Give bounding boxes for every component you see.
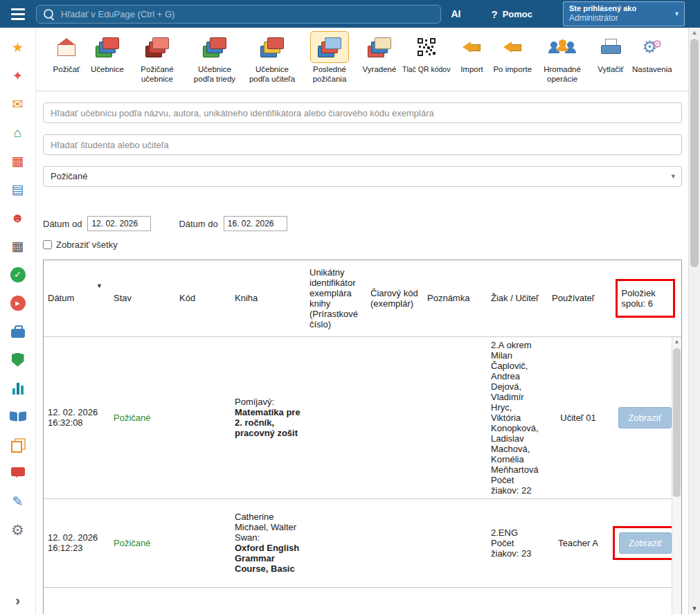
library-icon xyxy=(10,412,26,422)
cell-action: Zobraziť xyxy=(609,498,681,587)
help-button[interactable]: ? Pomoc xyxy=(491,8,532,20)
recent-stack-icon xyxy=(318,37,341,57)
toolbar-item-nastavenia[interactable]: ⚙⚙ Nastavenia xyxy=(632,31,672,75)
column-header-poznamka[interactable]: Poznámka xyxy=(423,260,487,336)
toolbar-item-ucebnice-podla-triedy[interactable]: Učebnice podľa triedy xyxy=(188,31,242,84)
toolbar-item-po-importe[interactable]: Po importe xyxy=(493,31,532,75)
column-header-ciarovy-kod[interactable]: Čiarový kód (exemplár) xyxy=(366,260,423,336)
check-circle-icon: ✓ xyxy=(10,267,26,282)
toolbar-item-label: Požičané učebnice xyxy=(130,65,184,84)
date-to-label: Dátum do xyxy=(179,219,217,229)
global-search-input[interactable] xyxy=(60,8,433,20)
column-header-unikatny-identifikator[interactable]: Unikátny identifikátor exemplára knihy (… xyxy=(305,260,366,336)
column-header-datum[interactable]: ▼ Dátum xyxy=(44,260,109,336)
sidebar-item-timetable[interactable]: ▦ xyxy=(0,147,35,175)
person-search-input[interactable] xyxy=(43,134,682,155)
sidebar: ★ ✦ ✉ ⌂ ▦ ▤ ☻ ▦ ✓ ▸ ✎ ⚙ › xyxy=(0,28,36,614)
sidebar-item-results[interactable]: ✓ xyxy=(0,260,35,289)
date-to-input[interactable] xyxy=(224,216,287,231)
sidebar-item-statistics[interactable] xyxy=(0,374,35,402)
lend-icon xyxy=(57,44,75,56)
show-button[interactable]: Zobraziť xyxy=(619,532,672,554)
import-arrow-icon xyxy=(463,42,481,53)
scroll-up-icon[interactable]: ▲ xyxy=(672,337,681,347)
star-icon: ★ xyxy=(12,41,24,54)
status-filter-select[interactable]: Požičané ▾ xyxy=(43,166,682,187)
sidebar-item-documents[interactable] xyxy=(0,431,35,459)
sidebar-item-settings[interactable]: ⚙ xyxy=(0,516,35,544)
toolbar-item-label: Nastavenia xyxy=(632,65,672,75)
sidebar-item-calendar[interactable]: ▦ xyxy=(0,232,35,260)
toolbar-item-posledne-pozicania[interactable]: Posledné požičania xyxy=(303,31,357,84)
show-button[interactable]: Zobraziť xyxy=(618,407,671,428)
user-menu[interactable]: Ste prihlásený ako Administrátor ▼ xyxy=(563,1,685,26)
global-search[interactable] xyxy=(36,5,441,24)
sidebar-item-wizard[interactable]: ✦ xyxy=(0,62,35,90)
teacher-stack-icon xyxy=(260,37,284,57)
sidebar-expand[interactable]: › xyxy=(0,586,35,614)
chevron-down-icon: ▼ xyxy=(674,10,680,17)
sidebar-item-messages[interactable]: ✉ xyxy=(0,90,35,118)
cell-date: 12. 02. 2026 16:12:23 xyxy=(44,498,109,587)
user-role-label: Administrátor xyxy=(569,13,670,23)
sidebar-item-favorites[interactable]: ★ xyxy=(0,33,35,62)
column-header-kod[interactable]: Kód xyxy=(175,260,231,336)
mail-icon: ✉ xyxy=(12,98,24,111)
borrowed-stack-icon xyxy=(145,37,169,57)
table-scrollbar-thumb[interactable] xyxy=(673,348,681,497)
magic-wand-icon: ✦ xyxy=(12,69,24,82)
cell-date: 12. 02. 2026 16:32:08 xyxy=(44,336,109,498)
toolbar-item-label: Vyradené xyxy=(363,65,397,75)
date-from-input[interactable] xyxy=(87,216,151,231)
toolbar-item-import[interactable]: Import xyxy=(454,31,490,75)
toolbar-item-ucebnice-podla-ucitela[interactable]: Učebnice podľa učiteľa xyxy=(245,31,299,84)
person-icon: ☻ xyxy=(11,211,25,224)
toolbar-item-vytlacit[interactable]: Vytlačiť xyxy=(593,31,629,75)
toolbar-item-label: Učebnice xyxy=(91,65,124,75)
sidebar-item-attendance[interactable]: ▸ xyxy=(0,289,35,317)
toolbar-item-label: Učebnice podľa učiteľa xyxy=(245,65,299,84)
cell-status: Požičané xyxy=(109,498,175,587)
toolbar-item-vyradene[interactable]: Vyradené xyxy=(360,31,399,75)
page-scrollbar[interactable]: ▲ ▼ xyxy=(688,28,700,614)
ai-button[interactable]: AI xyxy=(451,8,460,19)
sidebar-item-signatures[interactable]: ✎ xyxy=(0,487,35,516)
book-search-input[interactable] xyxy=(43,102,682,123)
sidebar-item-textbooks[interactable]: ▤ xyxy=(0,175,35,204)
toolbar-item-pozicane-ucebnice[interactable]: Požičané učebnice xyxy=(130,31,184,84)
status-filter-value: Požičané xyxy=(51,171,87,181)
printer-icon xyxy=(601,39,620,55)
toolbar-item-label: Učebnice podľa triedy xyxy=(188,65,242,84)
table-scrollbar[interactable]: ▲ xyxy=(672,337,681,614)
toolbar-item-ucebnice[interactable]: Učebnice xyxy=(88,31,127,75)
menu-icon[interactable] xyxy=(0,8,36,20)
show-all-checkbox[interactable] xyxy=(43,240,52,249)
toolbar-item-hromadne-operacie[interactable]: Hromadné operácie xyxy=(535,31,589,84)
sidebar-item-library[interactable] xyxy=(0,402,35,431)
annotation-highlight: Položiek spolu: 6 xyxy=(616,279,675,318)
shield-icon xyxy=(12,353,24,367)
toolbar-item-tlac-qr-kodov[interactable]: Tlač QR kódov xyxy=(402,31,450,73)
column-header-stav[interactable]: Stav xyxy=(109,260,175,336)
toolbar-item-label: Tlač QR kódov xyxy=(402,65,450,73)
toolbar-item-pozicat[interactable]: Požičať xyxy=(48,31,84,75)
cell-status: Požičané xyxy=(109,336,175,498)
table-row: 12. 02. 2026 16:12:23 Požičané Catherine… xyxy=(44,498,681,587)
gears-icon: ⚙⚙ xyxy=(642,37,662,57)
scroll-up-icon[interactable]: ▲ xyxy=(689,29,700,36)
loans-table: ▼ Dátum Stav Kód Kniha Unikátny identifi… xyxy=(43,260,682,614)
sidebar-item-chat[interactable] xyxy=(0,459,35,487)
home-icon: ⌂ xyxy=(14,126,21,139)
after-import-arrow-icon xyxy=(503,42,522,53)
page-scrollbar-thumb[interactable] xyxy=(690,39,699,267)
column-header-kniha[interactable]: Kniha xyxy=(231,260,305,336)
sidebar-item-control[interactable] xyxy=(0,345,35,374)
column-header-ziak-ucitel[interactable]: Žiak / Učiteľ xyxy=(487,260,548,336)
sidebar-item-classregister[interactable]: ☻ xyxy=(0,204,35,232)
column-header-pouzivatel[interactable]: Používateľ xyxy=(548,260,609,336)
scroll-down-icon[interactable]: ▼ xyxy=(689,605,700,612)
cell-unique-id xyxy=(305,587,366,614)
timetable-icon: ▦ xyxy=(12,154,24,168)
sidebar-item-home[interactable]: ⌂ xyxy=(0,118,35,147)
sidebar-item-agenda[interactable] xyxy=(0,317,35,345)
